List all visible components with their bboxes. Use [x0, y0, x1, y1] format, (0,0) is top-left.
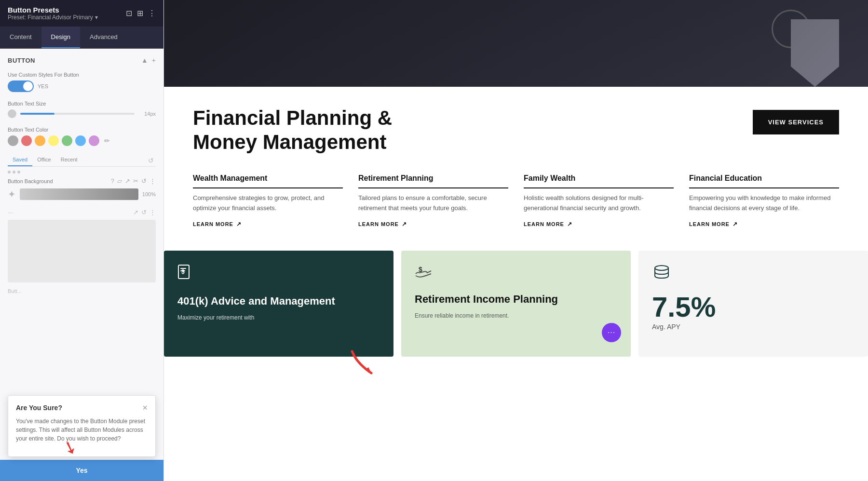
tab-design[interactable]: Design	[41, 27, 80, 48]
dialog-close-button[interactable]: ×	[142, 403, 148, 412]
tab-advanced[interactable]: Advanced	[80, 27, 127, 48]
slider-row: 14px	[8, 109, 156, 118]
custom-styles-toggle[interactable]	[8, 80, 34, 92]
yes-label: Yes	[76, 467, 87, 474]
color-swatch-green[interactable]	[62, 135, 72, 146]
card-retirement-title: Retirement Income Planning	[415, 293, 617, 307]
columns-icon[interactable]: ⊞	[137, 9, 143, 18]
service-card-retirement: Retirement Planning Tailored plans to en…	[358, 174, 508, 228]
yes-button[interactable]: Yes	[0, 460, 163, 481]
panel-tabs: Content Design Advanced	[0, 27, 163, 49]
custom-styles-group: Use Custom Styles For Button YES	[8, 72, 156, 92]
ctrl-other-icon[interactable]: ⋮	[149, 209, 156, 216]
bg-arrow-icon[interactable]: ↗	[125, 177, 130, 185]
learn-more-1[interactable]: LEARN MORE ↗	[358, 221, 508, 227]
service-desc-0: Comprehensive strategies to grow, protec…	[193, 193, 343, 214]
service-desc-2: Holistic wealth solutions designed for m…	[524, 193, 674, 214]
bubble-icon: ···	[602, 323, 621, 342]
more-icon[interactable]: ⋮	[148, 9, 156, 18]
dot-3	[17, 171, 20, 174]
preview-box	[8, 220, 156, 282]
card-401k: $ 401(k) Advice and Management Maximize …	[164, 251, 393, 357]
text-size-label: Button Text Size	[8, 101, 156, 107]
panel-subtitle: Preset: Financial Advisor Primary ▾	[8, 14, 98, 21]
bg-cut-icon[interactable]: ✂	[133, 177, 138, 185]
tab-content[interactable]: Content	[0, 27, 41, 48]
learn-more-arrow-2: ↗	[567, 221, 572, 227]
bg-row: Button Background ? ▱ ↗ ✂ ↺ ⋮	[8, 177, 156, 185]
card-apy: 7.5% Avg. APY	[638, 251, 868, 357]
panel-header-icons: ⊡ ⊞ ⋮	[126, 9, 156, 18]
toggle-wrap: YES	[8, 80, 156, 92]
color-swatch-blue[interactable]	[75, 135, 86, 146]
service-desc-3: Empowering you with knowledge to make in…	[689, 193, 839, 214]
color-swatch-orange[interactable]	[35, 135, 45, 146]
preset-tab-saved[interactable]: Saved	[8, 155, 32, 166]
hero-section	[164, 0, 868, 87]
color-row: ✏	[8, 135, 156, 146]
color-edit-icon[interactable]: ✏	[104, 137, 110, 145]
learn-more-arrow-0: ↗	[236, 221, 242, 227]
document-dollar-icon: $	[177, 264, 380, 285]
apy-number: 7.5%	[652, 293, 854, 321]
preset-reset-icon[interactable]: ↺	[146, 155, 156, 166]
ctrl-undo-icon[interactable]: ↺	[141, 209, 147, 216]
ctrl-arrow-icon[interactable]: ↗	[133, 209, 138, 216]
slider-track[interactable]	[20, 113, 135, 115]
chevron-down-icon[interactable]: ▾	[95, 14, 98, 21]
preset-tab-office[interactable]: Office	[32, 155, 56, 166]
card-401k-desc: Maximize your retirement with	[177, 313, 380, 322]
color-swatch-yellow[interactable]	[48, 135, 59, 146]
service-card-family: Family Wealth Holistic wealth solutions …	[524, 174, 674, 228]
text-color-label: Button Text Color	[8, 127, 156, 133]
preset-tab-recent[interactable]: Recent	[56, 155, 82, 166]
dots-row	[8, 171, 156, 174]
slider-dot	[8, 109, 16, 118]
cards-section: $ 401(k) Advice and Management Maximize …	[164, 251, 868, 357]
bg-question-icon[interactable]: ?	[111, 177, 114, 185]
bg-more-icon[interactable]: ⋮	[149, 177, 156, 185]
service-desc-1: Tailored plans to ensure a comfortable, …	[358, 193, 508, 214]
services-grid: Wealth Management Comprehensive strategi…	[193, 174, 839, 228]
svg-rect-3	[180, 270, 185, 271]
panel-title: Button Presets	[8, 6, 98, 14]
add-gradient-icon[interactable]: ✦	[8, 188, 16, 200]
bg-undo-icon[interactable]: ↺	[141, 177, 147, 185]
dot-2	[13, 171, 15, 174]
dialog-body: You've made changes to the Button Module…	[16, 417, 148, 443]
main-header: Financial Planning & Money Management VI…	[193, 106, 839, 155]
bg-group: Button Background ? ▱ ↗ ✂ ↺ ⋮ ✦ 100%	[8, 177, 156, 200]
learn-more-0[interactable]: LEARN MORE ↗	[193, 221, 343, 227]
preset-tabs: Saved Office Recent ↺	[8, 155, 156, 167]
panel-header-left: Button Presets Preset: Financial Advisor…	[8, 6, 98, 21]
view-services-button[interactable]: VIEW SERVICES	[753, 110, 839, 134]
svg-rect-2	[180, 268, 186, 269]
section-more-icon[interactable]: +	[152, 56, 156, 64]
main-section: Financial Planning & Money Management VI…	[164, 87, 868, 376]
learn-more-3[interactable]: LEARN MORE ↗	[689, 221, 839, 227]
bubble-dots: ···	[608, 328, 615, 337]
bg-icon-row: ✦ 100%	[8, 188, 156, 200]
slider-value: 14px	[138, 111, 156, 117]
color-swatch-red[interactable]	[21, 135, 32, 146]
text-color-group: Button Text Color ✏	[8, 127, 156, 146]
gradient-value: 100%	[142, 191, 156, 197]
card-401k-title: 401(k) Advice and Management	[177, 294, 380, 308]
confirmation-dialog: Are You Sure? × You've made changes to t…	[8, 395, 156, 457]
chevron-up-icon[interactable]: ▲	[141, 56, 148, 64]
bg-device-icon[interactable]: ▱	[117, 177, 122, 185]
hands-dollar-icon: $	[415, 264, 617, 283]
left-panel: Button Presets Preset: Financial Advisor…	[0, 0, 164, 481]
color-swatch-gray[interactable]	[8, 135, 18, 146]
ctrl-more-icon[interactable]: ···	[8, 209, 13, 216]
service-title-1: Retirement Planning	[358, 174, 508, 188]
color-swatch-purple[interactable]	[89, 135, 99, 146]
bg-label: Button Background	[8, 178, 108, 184]
main-heading: Financial Planning & Money Management	[193, 106, 392, 155]
learn-more-2[interactable]: LEARN MORE ↗	[524, 221, 674, 227]
dialog-title: Are You Sure?	[16, 404, 62, 412]
section-controls: ▲ +	[141, 56, 156, 64]
service-title-3: Financial Education	[689, 174, 839, 188]
service-title-2: Family Wealth	[524, 174, 674, 188]
expand-icon[interactable]: ⊡	[126, 9, 132, 18]
